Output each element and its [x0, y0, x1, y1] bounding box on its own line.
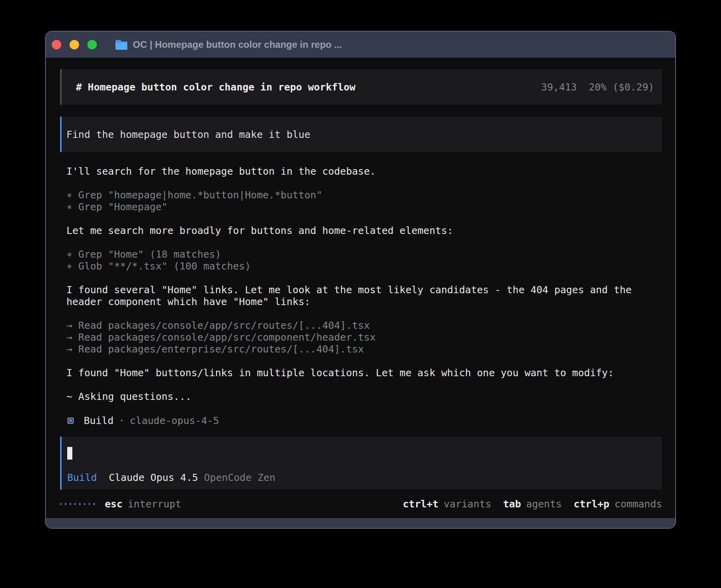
spinner-dot [74, 503, 76, 505]
spinner-dot [79, 503, 81, 505]
agent-badge: Build · claude-opus-4-5 [60, 415, 662, 426]
spinner-dots [60, 503, 95, 505]
blank-line [66, 237, 662, 249]
window-title: OC | Homepage button color change in rep… [133, 39, 342, 50]
blank-line [66, 379, 662, 391]
minimize-button[interactable] [70, 40, 79, 49]
input-provider-label: OpenCode Zen [204, 472, 276, 483]
tool-call-line: ∗ Glob "**/*.tsx" (100 matches) [66, 260, 662, 272]
tool-call-line: → Read packages/console/app/src/componen… [66, 332, 662, 343]
tool-call-line: ∗ Grep "homepage|home.*button|Home.*butt… [66, 189, 662, 201]
chat-segment: I'll search for the homepage button in t… [66, 166, 376, 177]
assistant-text-line: header component which have "Home" links… [66, 296, 662, 308]
input-agent-label[interactable]: Build [67, 472, 97, 483]
zoom-button[interactable] [87, 40, 97, 49]
chat-lines: I'll search for the homepage button in t… [66, 166, 662, 415]
blank-line [66, 213, 662, 225]
hint-variants: ctrl+t variants [403, 498, 491, 510]
hint-agents: tab agents [503, 498, 562, 510]
folder-icon [115, 40, 127, 50]
hint-variants-key: ctrl+t [403, 498, 438, 510]
chat-segment: ∗ Grep "Home" (18 matches) [66, 249, 221, 260]
agent-build-icon [68, 418, 74, 424]
chat-segment: I found "Home" buttons/links in multiple… [66, 367, 614, 379]
chat-segment: ∗ Glob "**/*.tsx" (100 matches) [66, 260, 251, 272]
session-stats: 39,413 20% ($0.29) [541, 81, 654, 93]
model-line: Build Claude Opus 4.5 OpenCode Zen [67, 472, 654, 483]
chat-segment: → Read packages/console/app/src/componen… [66, 332, 376, 343]
hint-agents-key: tab [503, 498, 521, 510]
status-bar: esc interrupt ctrl+t variants tab agents… [60, 490, 662, 518]
spinner-dot [70, 503, 71, 505]
blank-line [66, 403, 662, 415]
chat-segment: Let me search more broadly for buttons a… [66, 225, 453, 236]
agent-badge-separator: · [119, 415, 125, 426]
window-bottom-strip [46, 518, 675, 528]
session-header: # Homepage button color change in repo w… [60, 69, 662, 105]
hint-commands-label: commands [615, 498, 662, 510]
status-left: esc interrupt [60, 498, 181, 510]
tool-call-line: ∗ Grep "Home" (18 matches) [66, 249, 662, 260]
assistant-text-line: Let me search more broadly for buttons a… [66, 225, 662, 237]
input-model-label[interactable]: Claude Opus 4.5 [109, 472, 198, 483]
chat-segment: I found several "Home" links. Let me loo… [66, 284, 632, 296]
chat-segment: header component which have "Home" links… [66, 296, 310, 307]
session-title: # Homepage button color change in repo w… [76, 81, 355, 93]
prompt-input[interactable]: Build Claude Opus 4.5 OpenCode Zen [60, 437, 662, 490]
agent-badge-model: claude-opus-4-5 [130, 415, 219, 426]
text-cursor [67, 447, 72, 460]
spinner-dot [60, 503, 62, 505]
spinner-dot [89, 503, 90, 505]
assistant-text-line: I found "Home" buttons/links in multiple… [66, 367, 662, 379]
chat-segment: → Read packages/enterprise/src/routes/[.… [66, 343, 364, 355]
hint-interrupt-label: interrupt [128, 498, 181, 510]
assistant-text-line: I found several "Home" links. Let me loo… [66, 284, 662, 296]
chat-segment: ∗ Grep "homepage|home.*button|Home.*butt… [66, 189, 322, 201]
chat-segment: ∗ Grep "Homepage" [66, 201, 168, 213]
blank-line [66, 355, 662, 367]
agent-badge-name: Build [84, 415, 113, 426]
hint-interrupt: esc interrupt [105, 498, 181, 510]
close-button[interactable] [52, 40, 61, 49]
hint-variants-label: variants [444, 498, 491, 510]
token-count: 39,413 [541, 81, 577, 93]
assistant-text-line: I'll search for the homepage button in t… [66, 166, 662, 177]
spinner-dot [84, 503, 85, 505]
assistant-text-line: ~ Asking questions... [66, 391, 662, 403]
terminal-content: # Homepage button color change in repo w… [46, 58, 675, 518]
spinner-dot [93, 503, 95, 505]
tool-call-line: → Read packages/enterprise/src/routes/[.… [66, 343, 662, 355]
tool-call-line: → Read packages/console/app/src/routes/[… [66, 320, 662, 332]
blank-line [66, 272, 662, 284]
blank-line [66, 177, 662, 189]
hint-agents-label: agents [526, 498, 562, 510]
terminal-window: OC | Homepage button color change in rep… [45, 31, 676, 529]
hint-commands: ctrl+p commands [574, 498, 662, 510]
hint-commands-key: ctrl+p [574, 498, 609, 510]
chat-segment: → Read packages/console/app/src/routes/[… [66, 320, 370, 331]
tool-call-line: ∗ Grep "Homepage" [66, 201, 662, 213]
blank-line [66, 308, 662, 320]
user-message: Find the homepage button and make it blu… [60, 117, 662, 152]
titlebar[interactable]: OC | Homepage button color change in rep… [46, 32, 675, 58]
status-right: ctrl+t variants tab agents ctrl+p comman… [403, 498, 662, 510]
user-message-text: Find the homepage button and make it blu… [66, 129, 310, 140]
context-usage: 20% ($0.29) [589, 81, 654, 93]
chat-segment: ~ Asking questions... [66, 391, 191, 402]
hint-interrupt-key: esc [105, 498, 123, 510]
spinner-dot [65, 503, 66, 505]
